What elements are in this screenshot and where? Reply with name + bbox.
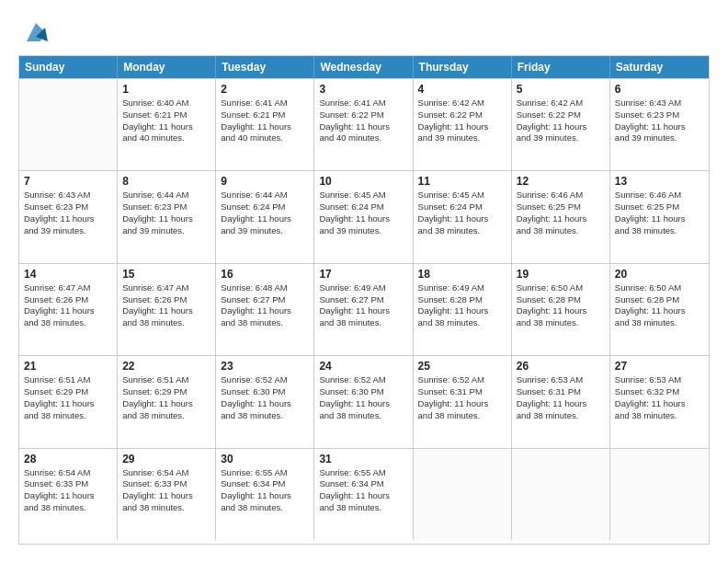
daylight-line2: and 38 minutes.	[24, 317, 112, 329]
calendar-cell: 4Sunrise: 6:42 AMSunset: 6:22 PMDaylight…	[414, 79, 512, 170]
sunset-text: Sunset: 6:24 PM	[418, 201, 506, 213]
daylight-line2: and 40 minutes.	[319, 132, 407, 144]
sunset-text: Sunset: 6:30 PM	[221, 386, 309, 398]
sunrise-text: Sunrise: 6:55 AM	[221, 467, 309, 479]
day-number: 12	[517, 175, 605, 188]
daylight-line1: Daylight: 11 hours	[122, 305, 210, 317]
calendar-cell: 18Sunrise: 6:49 AMSunset: 6:28 PMDayligh…	[414, 264, 512, 355]
header-day-sunday: Sunday	[19, 56, 118, 78]
daylight-line2: and 38 minutes.	[122, 410, 210, 422]
daylight-line2: and 39 minutes.	[615, 132, 704, 144]
daylight-line1: Daylight: 11 hours	[221, 213, 309, 225]
day-number: 31	[319, 453, 407, 465]
sunset-text: Sunset: 6:33 PM	[122, 478, 210, 490]
day-number: 15	[122, 268, 210, 281]
calendar-cell: 21Sunrise: 6:51 AMSunset: 6:29 PMDayligh…	[19, 356, 118, 447]
sunrise-text: Sunrise: 6:47 AM	[24, 282, 112, 294]
calendar-cell: 1Sunrise: 6:40 AMSunset: 6:21 PMDaylight…	[118, 79, 216, 170]
sunrise-text: Sunrise: 6:46 AM	[615, 190, 704, 201]
sunrise-text: Sunrise: 6:50 AM	[517, 282, 605, 294]
day-number: 29	[122, 453, 210, 465]
sunset-text: Sunset: 6:28 PM	[615, 294, 704, 306]
sunset-text: Sunset: 6:27 PM	[221, 294, 309, 306]
daylight-line2: and 38 minutes.	[319, 502, 407, 514]
sunset-text: Sunset: 6:32 PM	[615, 386, 704, 398]
daylight-line2: and 39 minutes.	[418, 132, 506, 144]
calendar-cell: 13Sunrise: 6:46 AMSunset: 6:25 PMDayligh…	[610, 171, 709, 262]
day-number: 22	[122, 360, 210, 373]
daylight-line2: and 38 minutes.	[221, 410, 309, 422]
sunrise-text: Sunrise: 6:46 AM	[517, 190, 605, 201]
daylight-line2: and 38 minutes.	[122, 317, 210, 329]
calendar-row-2: 7Sunrise: 6:43 AMSunset: 6:23 PMDaylight…	[19, 170, 709, 262]
day-number: 19	[517, 268, 605, 281]
daylight-line2: and 38 minutes.	[122, 502, 210, 514]
sunset-text: Sunset: 6:31 PM	[418, 386, 506, 398]
sunset-text: Sunset: 6:34 PM	[319, 478, 407, 490]
calendar-row-3: 14Sunrise: 6:47 AMSunset: 6:26 PMDayligh…	[19, 263, 709, 355]
calendar-cell: 20Sunrise: 6:50 AMSunset: 6:28 PMDayligh…	[610, 264, 709, 355]
calendar-cell: 14Sunrise: 6:47 AMSunset: 6:26 PMDayligh…	[19, 264, 118, 355]
day-number: 9	[221, 175, 309, 188]
daylight-line1: Daylight: 11 hours	[122, 490, 210, 502]
header-day-saturday: Saturday	[610, 56, 709, 78]
day-number: 25	[418, 360, 506, 373]
daylight-line1: Daylight: 11 hours	[615, 305, 704, 317]
sunset-text: Sunset: 6:29 PM	[24, 386, 112, 398]
calendar-cell: 23Sunrise: 6:52 AMSunset: 6:30 PMDayligh…	[216, 356, 314, 447]
calendar-cell: 24Sunrise: 6:52 AMSunset: 6:30 PMDayligh…	[314, 356, 413, 447]
day-number: 1	[122, 83, 210, 96]
sunset-text: Sunset: 6:22 PM	[517, 109, 605, 121]
daylight-line2: and 39 minutes.	[122, 225, 210, 237]
sunset-text: Sunset: 6:24 PM	[319, 201, 407, 213]
sunrise-text: Sunrise: 6:47 AM	[122, 282, 210, 294]
daylight-line1: Daylight: 11 hours	[24, 490, 112, 502]
sunrise-text: Sunrise: 6:44 AM	[122, 190, 210, 201]
header-day-tuesday: Tuesday	[216, 56, 314, 78]
calendar-cell	[414, 449, 512, 540]
calendar: SundayMondayTuesdayWednesdayThursdayFrid…	[18, 55, 710, 545]
daylight-line1: Daylight: 11 hours	[24, 305, 112, 317]
day-number: 14	[24, 268, 112, 281]
day-number: 17	[319, 268, 407, 281]
sunrise-text: Sunrise: 6:55 AM	[319, 467, 407, 479]
daylight-line2: and 38 minutes.	[615, 410, 704, 422]
sunset-text: Sunset: 6:28 PM	[418, 294, 506, 306]
sunrise-text: Sunrise: 6:52 AM	[319, 374, 407, 386]
daylight-line1: Daylight: 11 hours	[615, 398, 704, 410]
calendar-cell: 16Sunrise: 6:48 AMSunset: 6:27 PMDayligh…	[216, 264, 314, 355]
daylight-line1: Daylight: 11 hours	[221, 305, 309, 317]
day-number: 11	[418, 175, 506, 188]
logo-icon	[22, 18, 50, 46]
calendar-row-1: 1Sunrise: 6:40 AMSunset: 6:21 PMDaylight…	[19, 78, 709, 170]
sunset-text: Sunset: 6:27 PM	[319, 294, 407, 306]
daylight-line1: Daylight: 11 hours	[517, 305, 605, 317]
daylight-line2: and 40 minutes.	[122, 132, 210, 144]
sunset-text: Sunset: 6:29 PM	[122, 386, 210, 398]
daylight-line1: Daylight: 11 hours	[319, 305, 407, 317]
day-number: 2	[221, 83, 309, 96]
sunset-text: Sunset: 6:23 PM	[24, 201, 112, 213]
daylight-line2: and 40 minutes.	[221, 132, 309, 144]
daylight-line1: Daylight: 11 hours	[517, 213, 605, 225]
calendar-body: 1Sunrise: 6:40 AMSunset: 6:21 PMDaylight…	[19, 78, 709, 540]
daylight-line2: and 39 minutes.	[24, 225, 112, 237]
calendar-cell: 26Sunrise: 6:53 AMSunset: 6:31 PMDayligh…	[512, 356, 610, 447]
daylight-line2: and 39 minutes.	[221, 225, 309, 237]
sunrise-text: Sunrise: 6:41 AM	[319, 98, 407, 109]
day-number: 13	[615, 175, 704, 188]
daylight-line1: Daylight: 11 hours	[122, 398, 210, 410]
daylight-line2: and 38 minutes.	[615, 317, 704, 329]
calendar-cell: 8Sunrise: 6:44 AMSunset: 6:23 PMDaylight…	[118, 171, 216, 262]
sunset-text: Sunset: 6:25 PM	[615, 201, 704, 213]
header-day-monday: Monday	[118, 56, 216, 78]
sunset-text: Sunset: 6:26 PM	[122, 294, 210, 306]
daylight-line2: and 38 minutes.	[319, 410, 407, 422]
calendar-cell: 17Sunrise: 6:49 AMSunset: 6:27 PMDayligh…	[314, 264, 413, 355]
day-number: 16	[221, 268, 309, 281]
calendar-cell	[610, 449, 709, 540]
calendar-cell: 19Sunrise: 6:50 AMSunset: 6:28 PMDayligh…	[512, 264, 610, 355]
sunrise-text: Sunrise: 6:41 AM	[221, 98, 309, 109]
calendar-cell: 28Sunrise: 6:54 AMSunset: 6:33 PMDayligh…	[19, 449, 118, 540]
sunrise-text: Sunrise: 6:40 AM	[122, 98, 210, 109]
